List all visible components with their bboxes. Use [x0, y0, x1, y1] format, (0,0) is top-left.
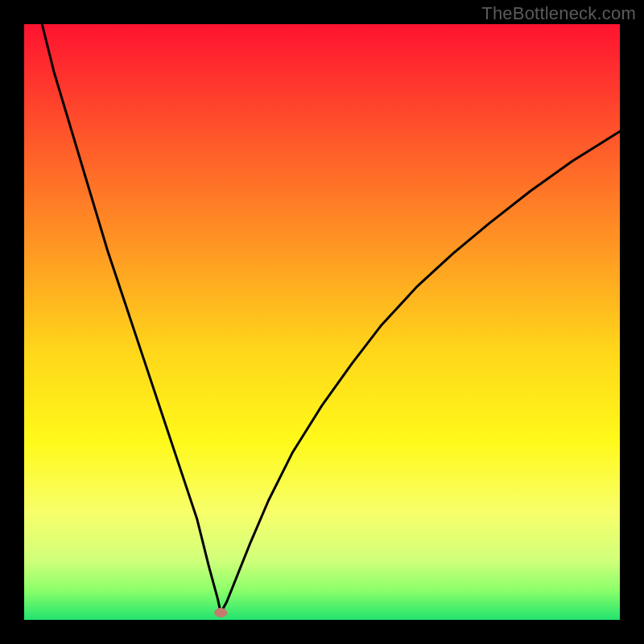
watermark-text: TheBottleneck.com	[481, 3, 636, 24]
chart-frame: TheBottleneck.com	[0, 0, 644, 644]
chart-svg	[24, 24, 620, 620]
minimum-marker	[214, 608, 227, 617]
chart-background	[24, 24, 620, 620]
plot-area	[24, 24, 620, 620]
